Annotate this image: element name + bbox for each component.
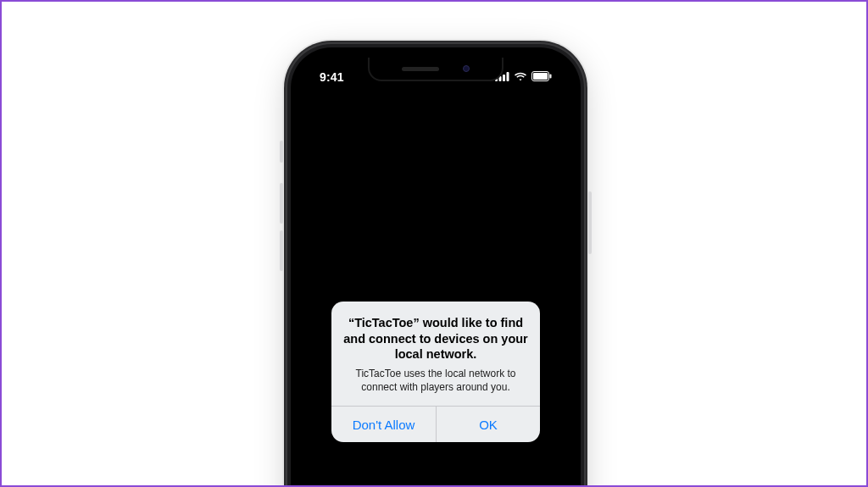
notch xyxy=(368,58,504,81)
alert-title: “TicTacToe” would like to find and conne… xyxy=(343,315,528,362)
battery-icon xyxy=(531,69,552,85)
earpiece-speaker xyxy=(402,67,439,71)
alert-body: “TicTacToe” would like to find and conne… xyxy=(331,302,540,406)
svg-rect-6 xyxy=(550,75,552,79)
svg-rect-3 xyxy=(507,72,509,81)
phone-frame: 9:41 xyxy=(291,47,581,487)
wifi-icon xyxy=(514,69,527,85)
dont-allow-button[interactable]: Don't Allow xyxy=(331,407,436,442)
permission-alert: “TicTacToe” would like to find and conne… xyxy=(331,302,540,442)
status-time: 9:41 xyxy=(320,70,344,84)
svg-rect-5 xyxy=(533,73,548,80)
canvas: 9:41 xyxy=(0,0,868,487)
alert-actions: Don't Allow OK xyxy=(331,406,540,442)
status-right-cluster xyxy=(495,69,552,85)
ok-button[interactable]: OK xyxy=(436,407,540,442)
mute-switch xyxy=(280,141,283,163)
volume-up-button xyxy=(280,183,283,224)
volume-down-button xyxy=(280,230,283,271)
phone-screen: 9:41 xyxy=(301,58,570,487)
alert-message: TicTacToe uses the local network to conn… xyxy=(343,367,528,394)
front-camera xyxy=(463,65,470,72)
svg-rect-2 xyxy=(503,75,505,81)
power-button xyxy=(588,191,592,254)
